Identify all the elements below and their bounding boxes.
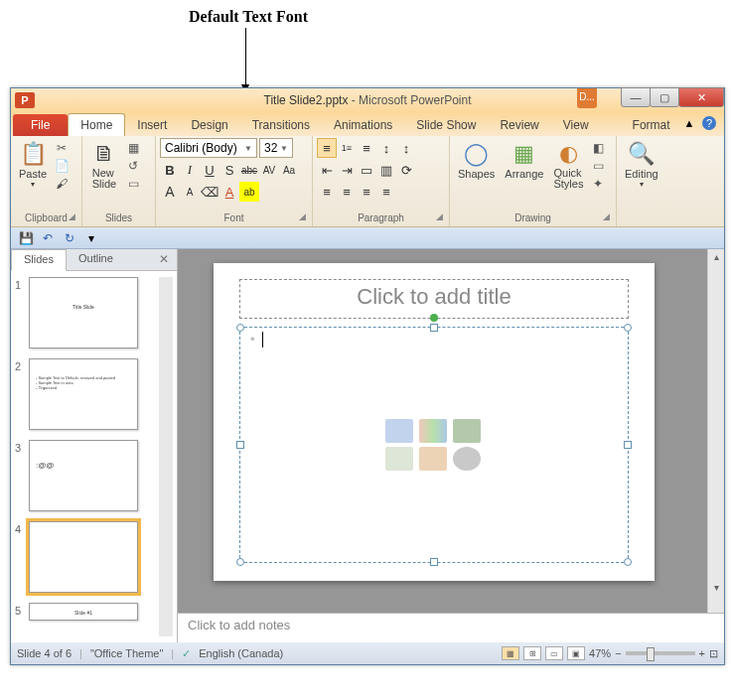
editor-scrollbar[interactable] xyxy=(707,249,724,613)
content-placeholder[interactable] xyxy=(239,327,629,563)
minimize-button[interactable]: — xyxy=(621,87,651,107)
thumb-2[interactable]: 2- Sample Text to Default, resaved and p… xyxy=(15,358,159,430)
slide-canvas[interactable]: Click to add title xyxy=(214,263,655,581)
text-direction-button[interactable]: ↕ xyxy=(396,138,416,158)
drawing-launcher[interactable]: ◢ xyxy=(603,211,610,221)
close-button[interactable]: ✕ xyxy=(678,87,724,107)
panel-close-button[interactable]: ✕ xyxy=(151,249,177,270)
resize-handle[interactable] xyxy=(236,558,244,566)
highlight-button[interactable]: ab xyxy=(239,182,259,202)
zoom-level[interactable]: 47% xyxy=(589,647,611,659)
columns-button[interactable]: ▥ xyxy=(376,160,396,180)
italic-button[interactable]: I xyxy=(180,160,200,180)
thumb-1[interactable]: 1Title Slide xyxy=(15,277,159,349)
shrink-font-button[interactable]: A xyxy=(180,182,200,202)
copy-button[interactable]: 📄 xyxy=(53,158,71,174)
list-level-button[interactable]: ≡ xyxy=(357,138,376,158)
clipboard-launcher[interactable]: ◢ xyxy=(69,211,75,221)
editing-button[interactable]: 🔍Editing▾ xyxy=(621,138,662,191)
font-launcher[interactable]: ◢ xyxy=(299,211,306,221)
resize-handle[interactable] xyxy=(430,324,438,332)
tab-format[interactable]: Format xyxy=(621,114,682,136)
language[interactable]: English (Canada) xyxy=(199,647,283,659)
numbering-button[interactable]: 1≡ xyxy=(337,138,357,158)
shapes-button[interactable]: ◯Shapes xyxy=(454,138,499,182)
thumb-4[interactable]: 4 xyxy=(15,521,159,593)
strikethrough-button[interactable]: abc xyxy=(239,160,259,180)
increase-indent-button[interactable]: ⇥ xyxy=(337,160,357,180)
tab-insert[interactable]: Insert xyxy=(125,114,179,136)
tab-file[interactable]: File xyxy=(13,114,68,136)
resize-handle[interactable] xyxy=(236,441,244,449)
thumb-3[interactable]: 3:@@ xyxy=(15,440,159,511)
zoom-in-button[interactable]: + xyxy=(699,647,705,659)
cut-button[interactable]: ✂ xyxy=(53,140,71,156)
minimize-ribbon-icon[interactable]: ▲ xyxy=(682,116,696,130)
insert-chart-icon[interactable] xyxy=(419,419,447,443)
align-left-button[interactable]: ≡ xyxy=(317,182,337,202)
zoom-out-button[interactable]: − xyxy=(615,647,621,659)
align-center-button[interactable]: ≡ xyxy=(337,182,357,202)
spellcheck-icon[interactable]: ✓ xyxy=(182,647,191,660)
redo-button[interactable]: ↻ xyxy=(61,230,78,246)
reading-view-button[interactable]: ▭ xyxy=(545,646,563,660)
panel-tab-outline[interactable]: Outline xyxy=(67,249,125,270)
align-text-button[interactable]: ▭ xyxy=(357,160,376,180)
shape-fill-button[interactable]: ◧ xyxy=(589,140,607,156)
bullets-button[interactable]: ≡ xyxy=(317,138,337,158)
resize-handle[interactable] xyxy=(624,441,632,449)
underline-button[interactable]: U xyxy=(200,160,219,180)
tab-slideshow[interactable]: Slide Show xyxy=(404,114,488,136)
change-case-button[interactable]: Aa xyxy=(279,160,299,180)
maximize-button[interactable]: ▢ xyxy=(650,87,679,107)
resize-handle[interactable] xyxy=(624,558,632,566)
insert-clipart-icon[interactable] xyxy=(419,447,447,471)
shape-outline-button[interactable]: ▭ xyxy=(589,158,607,174)
help-icon[interactable]: ? xyxy=(702,116,716,130)
shape-effects-button[interactable]: ✦ xyxy=(589,176,607,192)
resize-handle[interactable] xyxy=(430,558,438,566)
insert-media-icon[interactable] xyxy=(453,447,481,471)
tab-view[interactable]: View xyxy=(551,114,601,136)
slideshow-view-button[interactable]: ▣ xyxy=(567,646,585,660)
qat-customize[interactable]: ▾ xyxy=(82,230,100,246)
insert-smartart-icon[interactable] xyxy=(453,419,481,443)
bold-button[interactable]: B xyxy=(160,160,180,180)
align-right-button[interactable]: ≡ xyxy=(357,182,376,202)
d-button[interactable]: D... xyxy=(577,88,597,108)
sorter-view-button[interactable]: ⊞ xyxy=(523,646,541,660)
tab-animations[interactable]: Animations xyxy=(322,114,404,136)
line-spacing-button[interactable]: ↕ xyxy=(376,138,396,158)
new-slide-button[interactable]: 🗎 New Slide xyxy=(86,138,122,192)
font-name-select[interactable]: Calibri (Body)▼ xyxy=(160,138,257,158)
justify-button[interactable]: ≡ xyxy=(376,182,396,202)
tab-review[interactable]: Review xyxy=(488,114,550,136)
insert-picture-icon[interactable] xyxy=(385,447,413,471)
layout-button[interactable]: ▦ xyxy=(124,140,142,156)
resize-handle[interactable] xyxy=(236,324,244,332)
panel-tab-slides[interactable]: Slides xyxy=(11,249,67,271)
zoom-slider[interactable] xyxy=(626,651,695,655)
section-button[interactable]: ▭ xyxy=(124,176,142,192)
font-color-button[interactable]: A xyxy=(219,182,239,202)
thumb-5[interactable]: 5Slide #1 xyxy=(15,603,159,621)
tab-transitions[interactable]: Transitions xyxy=(240,114,322,136)
shadow-button[interactable]: S xyxy=(219,160,239,180)
fit-to-window-button[interactable]: ⊡ xyxy=(709,647,718,660)
clear-formatting-button[interactable]: ⌫ xyxy=(200,182,219,202)
resize-handle[interactable] xyxy=(624,324,632,332)
normal-view-button[interactable]: ▦ xyxy=(502,646,519,660)
paste-button[interactable]: 📋 Paste ▾ xyxy=(15,138,51,191)
quick-styles-button[interactable]: ◐Quick Styles xyxy=(549,138,587,192)
reset-button[interactable]: ↺ xyxy=(124,158,142,174)
font-size-select[interactable]: 32▼ xyxy=(259,138,293,158)
char-spacing-button[interactable]: AV xyxy=(259,160,279,180)
arrange-button[interactable]: ▦Arrange xyxy=(501,138,547,182)
notes-pane[interactable]: Click to add notes xyxy=(178,613,724,642)
paragraph-launcher[interactable]: ◢ xyxy=(436,211,443,221)
smartart-button[interactable]: ⟳ xyxy=(396,160,416,180)
tab-home[interactable]: Home xyxy=(68,113,125,136)
tab-design[interactable]: Design xyxy=(179,114,239,136)
rotation-handle[interactable] xyxy=(430,314,438,322)
title-placeholder[interactable]: Click to add title xyxy=(239,279,629,319)
